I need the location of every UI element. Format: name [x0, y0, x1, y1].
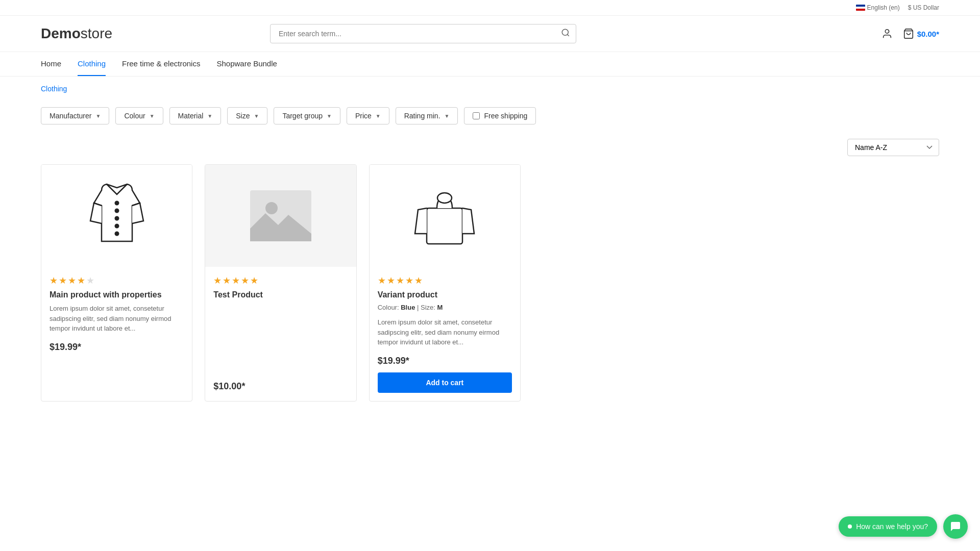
nav-item-home[interactable]: Home — [41, 52, 61, 76]
filter-free-shipping[interactable]: Free shipping — [464, 107, 536, 124]
filter-manufacturer[interactable]: Manufacturer ▼ — [41, 107, 109, 124]
svg-point-7 — [115, 224, 118, 228]
star: ★ — [77, 275, 85, 286]
filter-target-group[interactable]: Target group ▼ — [274, 107, 340, 124]
product-card[interactable]: ★ ★ ★ ★ ★ Variant product Colour: Blue |… — [369, 164, 521, 402]
svg-point-2 — [885, 30, 889, 33]
star-rating: ★ ★ ★ ★ ★ — [213, 275, 348, 286]
svg-point-4 — [115, 202, 118, 205]
product-name: Test Product — [213, 290, 348, 299]
variant-colour: Blue — [401, 304, 415, 311]
product-image — [41, 165, 192, 267]
product-price: $19.99* — [50, 342, 184, 353]
free-shipping-label: Free shipping — [484, 112, 527, 120]
product-body: ★ ★ ★ ★ ★ Variant product Colour: Blue |… — [370, 267, 520, 401]
svg-point-0 — [562, 29, 568, 35]
filter-colour[interactable]: Colour ▼ — [115, 107, 163, 124]
language-label: English (en) — [867, 4, 900, 11]
filter-size-label: Size — [236, 112, 250, 120]
star: ★ — [405, 275, 413, 286]
cart-button[interactable]: $0.00* — [903, 28, 939, 39]
product-price: $19.99* — [378, 356, 512, 366]
cart-icon — [903, 28, 914, 39]
product-name: Variant product — [378, 290, 512, 299]
chevron-down-icon: ▼ — [376, 113, 381, 119]
chevron-down-icon: ▼ — [445, 113, 450, 119]
chevron-down-icon: ▼ — [150, 113, 155, 119]
svg-point-12 — [437, 193, 452, 203]
star: ★ — [396, 275, 404, 286]
filter-target-group-label: Target group — [282, 112, 323, 120]
filter-rating-label: Rating min. — [404, 112, 440, 120]
filter-price-label: Price — [355, 112, 372, 120]
breadcrumb: Clothing — [0, 77, 980, 97]
svg-point-5 — [115, 209, 118, 212]
cart-price: $0.00* — [917, 30, 939, 38]
currency-label: $ US Dollar — [908, 4, 939, 11]
product-body: ★ ★ ★ ★ ★ Main product with properties L… — [41, 267, 192, 361]
svg-point-8 — [115, 232, 118, 235]
sweater-image — [404, 175, 485, 257]
product-card[interactable]: ★ ★ ★ ★ ★ Main product with properties L… — [41, 164, 192, 402]
star: ★ — [387, 275, 395, 286]
star-rating: ★ ★ ★ ★ ★ — [50, 275, 184, 286]
product-price: $10.00* — [213, 381, 348, 392]
filter-manufacturer-label: Manufacturer — [50, 112, 91, 120]
chevron-down-icon: ▼ — [327, 113, 332, 119]
free-shipping-checkbox[interactable] — [473, 112, 480, 119]
filters-bar: Manufacturer ▼ Colour ▼ Material ▼ Size … — [0, 97, 980, 135]
account-button[interactable] — [881, 28, 893, 39]
svg-point-6 — [115, 217, 118, 220]
star: ★ — [414, 275, 423, 286]
star: ★ — [232, 275, 240, 286]
product-card[interactable]: ★ ★ ★ ★ ★ Test Product $10.00* — [205, 164, 356, 402]
product-image — [370, 165, 520, 267]
language-selector[interactable]: English (en) — [856, 4, 900, 11]
logo-store: store — [81, 26, 112, 41]
product-image — [205, 165, 356, 267]
filter-material[interactable]: Material ▼ — [169, 107, 222, 124]
add-to-cart-button[interactable]: Add to cart — [378, 372, 512, 393]
filter-material-label: Material — [178, 112, 204, 120]
chevron-down-icon: ▼ — [207, 113, 212, 119]
search-container — [270, 24, 576, 43]
star: ★ — [378, 275, 386, 286]
search-button[interactable] — [561, 28, 570, 39]
star: ★ — [241, 275, 249, 286]
filter-price[interactable]: Price ▼ — [347, 107, 389, 124]
sort-select[interactable]: Name A-Z Name Z-A Price ascending Price … — [847, 139, 939, 156]
star: ★ — [250, 275, 258, 286]
product-description: Lorem ipsum dolor sit amet, consetetur s… — [378, 317, 512, 347]
svg-rect-11 — [427, 208, 462, 244]
logo[interactable]: Demostore — [41, 26, 112, 42]
product-grid: ★ ★ ★ ★ ★ Main product with properties L… — [0, 164, 561, 422]
product-name: Main product with properties — [50, 290, 184, 299]
nav-item-free-time[interactable]: Free time & electronics — [122, 52, 200, 76]
star: ★ — [68, 275, 76, 286]
chevron-down-icon: ▼ — [95, 113, 101, 119]
star: ★ — [86, 275, 94, 286]
flag-icon — [856, 5, 865, 11]
search-icon — [561, 28, 570, 37]
product-description: Lorem ipsum dolor sit amet, consetetur s… — [50, 304, 184, 334]
star: ★ — [59, 275, 67, 286]
filter-colour-label: Colour — [124, 112, 145, 120]
star: ★ — [223, 275, 231, 286]
svg-line-1 — [567, 34, 569, 36]
sort-bar: Name A-Z Name Z-A Price ascending Price … — [0, 135, 980, 164]
nav-item-clothing[interactable]: Clothing — [78, 52, 106, 76]
main-nav: Home Clothing Free time & electronics Sh… — [0, 52, 980, 77]
star: ★ — [213, 275, 222, 286]
placeholder-image — [250, 190, 311, 241]
filter-size[interactable]: Size ▼ — [227, 107, 267, 124]
nav-item-shopware-bundle[interactable]: Shopware Bundle — [216, 52, 277, 76]
product-body: ★ ★ ★ ★ ★ Test Product $10.00* — [205, 267, 356, 400]
account-icon — [881, 28, 893, 39]
chevron-down-icon: ▼ — [254, 113, 259, 119]
breadcrumb-link[interactable]: Clothing — [41, 85, 67, 93]
filter-rating[interactable]: Rating min. ▼ — [396, 107, 458, 124]
star-rating: ★ ★ ★ ★ ★ — [378, 275, 512, 286]
header-actions: $0.00* — [881, 28, 939, 39]
top-bar: English (en) $ US Dollar — [0, 0, 980, 16]
search-input[interactable] — [270, 24, 576, 43]
